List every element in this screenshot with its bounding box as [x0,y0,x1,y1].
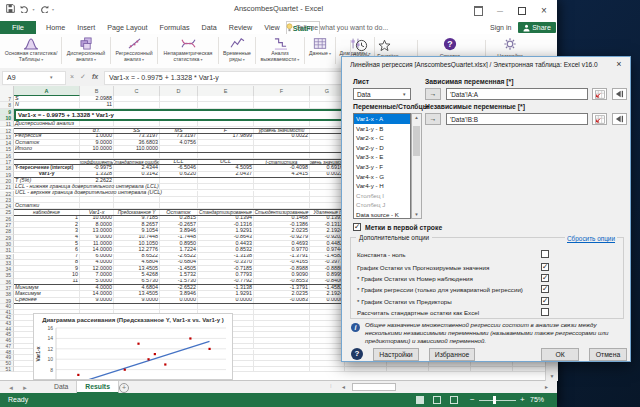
cell[interactable]: 4.0756 [160,140,198,145]
cell[interactable] [114,102,160,107]
cell[interactable]: Остаток [160,210,198,214]
cell[interactable]: 2.0437 [198,172,254,177]
variable-item[interactable]: Var2-y - D [354,143,410,153]
cell[interactable]: 1.3328 [80,172,114,177]
cell[interactable] [310,121,345,126]
cell[interactable]: 4.0000 [80,260,114,265]
cell[interactable] [254,203,310,208]
cell[interactable]: 36.6803 [114,140,160,145]
cell[interactable]: 12.0000 [80,266,114,271]
cell[interactable] [160,197,198,202]
cancel-entry-icon[interactable]: × [70,71,74,83]
cell[interactable] [310,197,345,202]
cell[interactable]: 14.0000 [80,247,114,252]
cell[interactable] [198,102,254,107]
cell[interactable]: 12.2776 [114,247,160,252]
cell[interactable]: -1.7448 [160,235,198,240]
column-header-F[interactable]: F [254,86,310,96]
hscroll-right-icon[interactable]: ► [542,383,551,392]
cell[interactable] [80,197,114,202]
column-header-E[interactable]: E [198,86,254,96]
cell[interactable] [310,304,345,309]
cell[interactable]: Минимум [14,285,80,290]
cell[interactable]: 9.0000 [80,298,114,303]
column-header-C[interactable]: C [114,86,160,96]
cell[interactable] [14,304,80,309]
cell[interactable] [198,191,254,196]
cell[interactable] [310,332,345,337]
cell[interactable]: 3.8946 [160,291,198,296]
cell[interactable] [14,129,80,133]
cell[interactable] [254,184,310,189]
cell[interactable] [198,184,254,189]
cell[interactable]: 6.0000 [80,254,114,259]
listbox-scroll-thumb[interactable] [413,126,420,156]
cell[interactable] [160,146,198,151]
cell[interactable]: -0.8988 [254,266,310,271]
cell[interactable]: -0.9202 [310,235,345,240]
ribbon-group-basic-statistics[interactable]: Основная статистика/ Таблицы [2,34,60,67]
ribbon-tab-home[interactable]: Home [40,21,71,34]
cell[interactable]: UCL - верхняя граница доверительного инт… [14,191,80,196]
maximize-button[interactable] [511,0,533,21]
cell[interactable]: t-статистика [254,160,310,164]
cell[interactable]: Среднее [14,298,80,303]
cell[interactable] [254,338,310,343]
cell[interactable] [160,203,198,208]
option-checkbox[interactable]: ✓ [541,263,549,271]
variable-item[interactable]: Var2-x - C [354,133,410,143]
cell[interactable]: 3 [14,228,80,233]
cell[interactable] [310,203,345,208]
cell[interactable] [80,121,114,126]
ribbon-tab-formulas[interactable]: Formulas [154,21,196,34]
cell[interactable]: наблюдение [14,210,80,214]
ribbon-group-time-series[interactable]: Временные ряды [220,34,254,67]
cell[interactable]: 1.9291 [198,228,254,233]
cell[interactable] [80,203,114,208]
add-independent-arrow-button[interactable]: → [425,113,441,125]
cell[interactable]: 9.0000 [80,235,114,240]
cell[interactable]: F [198,129,254,133]
name-box[interactable]: A9 [2,71,66,85]
add-sheet-icon[interactable]: + [119,383,129,393]
cell[interactable]: 0.4433 [198,241,254,246]
ribbon-group-regression[interactable]: Регрессионный анализ [112,34,156,67]
page-layout-view-icon[interactable] [433,396,441,404]
cell[interactable]: 0.8995 [310,272,345,277]
cell[interactable] [254,321,310,326]
independent-range-field[interactable]: 'Data'!B:B [446,113,588,125]
cell[interactable]: -0.2657 [160,222,198,227]
selected-merged-cell[interactable]: Var1-x = - 0.9975 + 1.3328 * Var1-y [14,109,345,122]
cell[interactable] [198,96,254,101]
column-header-B[interactable]: B [80,86,114,96]
cell[interactable]: -2.6522 [160,254,198,259]
cell[interactable] [310,153,345,158]
cell[interactable]: -1.4505 [160,266,198,271]
cell[interactable] [310,327,345,332]
settings-button[interactable]: Настройки [373,348,419,361]
cell[interactable] [254,367,310,372]
cell[interactable]: -0.6804 [160,260,198,265]
cell[interactable]: SS [114,129,160,133]
cell[interactable] [198,121,254,126]
cell[interactable]: -0.0083 [254,298,310,303]
hscroll-thumb[interactable] [352,383,396,391]
cell[interactable] [198,153,254,158]
dialog-close-icon[interactable] [612,59,626,71]
cell[interactable]: 9 [14,266,80,271]
cell[interactable]: уровень значимости [254,129,310,133]
cell[interactable]: 10 [14,272,80,277]
cell[interactable]: -6.5046 [160,165,198,170]
cell[interactable]: -0.9279 [254,235,310,240]
cell[interactable] [198,140,254,145]
cell[interactable]: 2.0235 [254,228,310,233]
cell[interactable]: 1.5732 [160,272,198,277]
cell[interactable] [254,355,310,360]
cell[interactable] [114,197,160,202]
cell[interactable]: -0.9975 [80,165,114,170]
cell[interactable]: 1 [14,216,80,221]
cell[interactable]: 2.0988 [80,96,114,101]
cell[interactable]: S [14,96,80,101]
cell[interactable] [254,304,310,309]
cell[interactable]: -0.1312 [310,222,345,227]
